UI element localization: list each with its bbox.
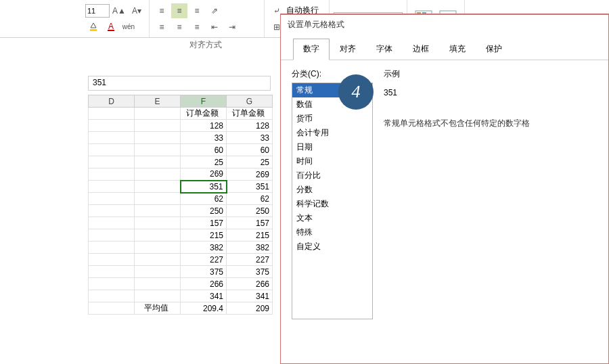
header-cell[interactable]: 订单金额 [181,108,227,120]
dialog-tab[interactable]: 保护 [476,39,512,60]
cell[interactable]: 128 [227,120,273,132]
cell[interactable] [89,266,135,278]
dialog-tab[interactable]: 对齐 [330,39,366,60]
cell[interactable]: 33 [227,132,273,144]
cell[interactable] [89,193,135,205]
cell[interactable] [89,278,135,290]
category-item[interactable]: 货币 [292,112,372,126]
align-bottom-icon[interactable]: ≡ [189,3,205,18]
cell[interactable]: 227 [181,254,227,266]
category-item[interactable]: 时间 [292,154,372,168]
cell[interactable]: 250 [227,205,273,217]
cell[interactable]: 157 [227,217,273,229]
cell[interactable]: 269 [181,168,227,181]
cell[interactable] [135,144,181,156]
cell[interactable] [135,290,181,302]
header-cell[interactable] [135,108,181,120]
cell[interactable]: 25 [227,156,273,168]
cell[interactable] [89,229,135,242]
cell[interactable] [135,266,181,278]
formula-bar[interactable]: 351 [88,76,271,91]
cell[interactable]: 266 [227,278,273,290]
dialog-tab[interactable]: 填充 [439,39,476,60]
cell[interactable] [135,168,181,181]
cell[interactable]: 60 [181,144,227,156]
cell[interactable] [89,156,135,168]
cell[interactable]: 382 [181,242,227,254]
cell[interactable]: 128 [181,120,227,132]
cell[interactable] [135,229,181,242]
cell[interactable] [135,254,181,266]
cell[interactable]: 157 [181,217,227,229]
cell[interactable]: 375 [227,266,273,278]
phonetic-icon[interactable]: wén [120,20,137,35]
cell[interactable]: 375 [181,266,227,278]
cell[interactable]: 351 [227,181,273,193]
category-item[interactable]: 会计专用 [292,126,372,140]
cell[interactable]: 33 [181,132,227,144]
grid[interactable]: DEFG 订单金额订单金额128128333360602525269269351… [88,95,273,315]
cell[interactable]: 209.4 [181,302,227,315]
cell[interactable]: 351 [181,181,227,193]
cell[interactable] [135,156,181,168]
cell[interactable] [135,217,181,229]
cell[interactable] [89,168,135,181]
dialog-tab[interactable]: 字体 [366,39,403,60]
header-cell[interactable]: 订单金额 [227,108,273,120]
cell[interactable]: 227 [227,254,273,266]
cell[interactable]: 250 [181,205,227,217]
cell[interactable] [135,181,181,193]
increase-indent-icon[interactable]: ⇥ [224,20,240,35]
align-top-icon[interactable]: ≡ [154,3,170,18]
header-cell[interactable] [89,108,135,120]
cell[interactable]: 平均值 [135,302,181,315]
align-left-icon[interactable]: ≡ [154,20,170,35]
cell[interactable] [89,120,135,132]
cell[interactable] [89,217,135,229]
cell[interactable]: 215 [227,229,273,242]
category-item[interactable]: 文本 [292,211,372,225]
cell[interactable] [135,193,181,205]
category-item[interactable]: 百分比 [292,168,372,183]
cell[interactable]: 341 [227,290,273,302]
cell[interactable]: 266 [181,278,227,290]
cell[interactable]: 215 [181,229,227,242]
align-right-icon[interactable]: ≡ [189,20,205,35]
cell[interactable] [135,205,181,217]
cell[interactable]: 60 [227,144,273,156]
cell[interactable]: 341 [181,290,227,302]
column-header[interactable]: E [135,95,181,108]
cell[interactable]: 25 [181,156,227,168]
font-color-icon[interactable]: A [103,20,119,35]
cell[interactable] [89,181,135,193]
dialog-tab[interactable]: 数字 [293,39,330,60]
category-list[interactable]: 常规数值货币会计专用日期时间百分比分数科学记数文本特殊自定义 [292,83,373,319]
cell[interactable] [89,132,135,144]
cell[interactable] [135,242,181,254]
category-item[interactable]: 自定义 [292,240,372,254]
align-middle-icon[interactable]: ≡ [171,3,187,18]
cell[interactable] [89,254,135,266]
cell[interactable] [89,302,135,315]
column-header[interactable]: D [89,95,135,108]
cell[interactable]: 269 [227,168,273,181]
category-item[interactable]: 特殊 [292,225,372,240]
column-header[interactable]: F [181,95,227,108]
category-item[interactable]: 科学记数 [292,197,372,211]
cell[interactable] [89,242,135,254]
orientation-icon[interactable]: ⇗ [206,3,223,18]
decrease-indent-icon[interactable]: ⇤ [206,20,223,35]
cell[interactable] [89,144,135,156]
align-center-icon[interactable]: ≡ [171,20,187,35]
category-item[interactable]: 日期 [292,140,372,154]
increase-font-icon[interactable]: A▲ [111,3,127,18]
cell[interactable]: 62 [181,193,227,205]
cell[interactable] [89,205,135,217]
dialog-tab[interactable]: 边框 [403,39,439,60]
fill-color-icon[interactable] [85,20,102,35]
cell[interactable]: 62 [227,193,273,205]
font-size-input[interactable] [85,4,110,18]
cell[interactable] [89,290,135,302]
cell[interactable] [135,120,181,132]
cell[interactable]: 382 [227,242,273,254]
